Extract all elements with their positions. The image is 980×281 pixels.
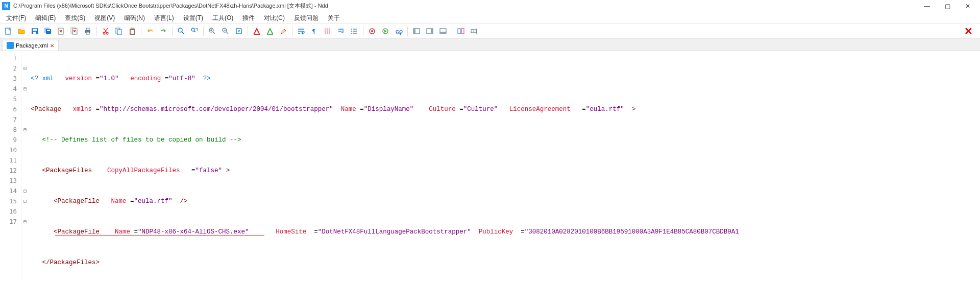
file-tab[interactable]: Package.xml ✕ — [2, 40, 59, 51]
toolbar: ¶ GO T ✕ — [0, 24, 980, 39]
panel-bottom-icon[interactable] — [437, 25, 449, 37]
menu-plugins[interactable]: 插件 — [238, 13, 259, 24]
menu-feedback[interactable]: 反馈问题 — [290, 13, 323, 24]
fold-marker[interactable] — [21, 166, 29, 176]
tab-bar: Package.xml ✕ — [0, 39, 980, 51]
separator — [292, 27, 292, 36]
red-underline-annotation — [55, 236, 264, 237]
panel-right-icon[interactable] — [424, 25, 436, 37]
menu-find[interactable]: 查找(S) — [61, 13, 89, 24]
svg-point-29 — [351, 31, 352, 32]
separator — [96, 27, 97, 36]
highlight-green-icon[interactable] — [264, 25, 276, 37]
menu-encoding[interactable]: 编码(N) — [120, 13, 149, 24]
svg-rect-2 — [33, 29, 37, 31]
svg-text:¶: ¶ — [312, 28, 315, 35]
list-icon[interactable] — [348, 25, 360, 37]
paste-icon[interactable] — [126, 25, 138, 37]
menu-about[interactable]: 关于 — [324, 13, 344, 24]
undo-icon[interactable] — [144, 25, 156, 37]
fold-marker[interactable] — [21, 206, 29, 217]
code-line: </PackageFiles> — [31, 257, 978, 268]
replace-icon[interactable] — [188, 25, 201, 37]
svg-rect-11 — [86, 28, 89, 30]
menu-language[interactable]: 语言(L) — [150, 13, 178, 24]
menu-settings[interactable]: 设置(T) — [179, 13, 207, 24]
file-icon — [7, 42, 14, 49]
fold-marker[interactable] — [21, 176, 29, 186]
menu-edit[interactable]: 编辑(E) — [31, 13, 60, 24]
svg-rect-26 — [267, 34, 273, 35]
menu-file[interactable]: 文件(F) — [2, 13, 30, 24]
fold-marker[interactable]: ⊟ — [21, 186, 29, 196]
line-number: 17 — [0, 217, 21, 227]
close-file-icon[interactable] — [55, 25, 67, 37]
goto-icon[interactable]: GO — [393, 25, 405, 37]
fold-marker[interactable] — [21, 94, 29, 104]
word-wrap-icon[interactable] — [295, 25, 307, 37]
menu-tools[interactable]: 工具(O) — [208, 13, 237, 24]
line-number: 1 — [0, 53, 21, 63]
fold-marker[interactable] — [21, 114, 29, 125]
new-file-icon[interactable] — [2, 25, 14, 37]
fold-marker[interactable] — [21, 53, 29, 63]
redo-icon[interactable] — [157, 25, 169, 37]
rename-icon[interactable]: T — [468, 25, 480, 37]
fold-marker[interactable]: ⊟ — [21, 63, 29, 74]
indent-guide-icon[interactable] — [322, 25, 334, 37]
separator — [363, 27, 363, 36]
window-title: C:\Program Files (x86)\Microsoft SDKs\Cl… — [13, 2, 917, 10]
minimize-button[interactable]: — — [917, 0, 937, 12]
line-number: 11 — [0, 155, 21, 166]
show-whitespace-icon[interactable]: ¶ — [308, 25, 321, 37]
close-button[interactable]: ✕ — [958, 0, 978, 12]
zoom-out-icon[interactable] — [219, 25, 232, 37]
tab-close-icon[interactable]: ✕ — [50, 43, 54, 49]
line-number: 7 — [0, 114, 21, 125]
fold-marker[interactable] — [21, 135, 29, 145]
title-bar: N C:\Program Files (x86)\Microsoft SDKs\… — [0, 0, 980, 12]
panel-left-icon[interactable] — [410, 25, 423, 37]
svg-point-28 — [351, 29, 352, 30]
compare-icon[interactable] — [455, 25, 467, 37]
editor[interactable]: 1 2 3 4 5 6 7 8 9 10 11 12 13 14 15 16 1… — [0, 51, 980, 281]
save-icon[interactable] — [29, 25, 41, 37]
svg-rect-41 — [458, 29, 460, 34]
svg-rect-12 — [86, 32, 89, 34]
svg-rect-36 — [413, 29, 415, 34]
separator — [452, 27, 452, 36]
separator — [141, 27, 141, 36]
menu-view[interactable]: 视图(V) — [90, 13, 119, 24]
save-all-icon[interactable] — [42, 25, 54, 37]
copy-icon[interactable] — [113, 25, 125, 37]
fold-marker[interactable] — [21, 155, 29, 166]
fold-marker[interactable] — [21, 74, 29, 84]
svg-point-32 — [371, 30, 373, 32]
code-line: <Package xmlns ="http://schemas.microsof… — [31, 104, 978, 114]
code-area[interactable]: <? xml version ="1.0" encoding ="utf-8" … — [29, 51, 980, 281]
open-folder-icon[interactable] — [15, 25, 28, 37]
play-macro-icon[interactable] — [379, 25, 391, 37]
zoom-reset-icon[interactable] — [233, 25, 245, 37]
maximize-button[interactable]: ▢ — [937, 0, 958, 12]
cut-icon[interactable] — [100, 25, 112, 37]
code-line: <PackageFile Name ="NDP48-x86-x64-AllOS-… — [31, 227, 978, 237]
code-line: <PackageFiles CopyAllPackageFiles ="fals… — [31, 166, 978, 176]
fold-marker[interactable]: ⊟ — [21, 84, 29, 94]
fold-marker[interactable]: ⊟ — [21, 217, 29, 227]
find-icon[interactable] — [175, 25, 187, 37]
fold-marker[interactable]: ⊟ — [21, 196, 29, 206]
record-macro-icon[interactable] — [366, 25, 378, 37]
fold-marker[interactable]: ⊟ — [21, 125, 29, 135]
wrap-symbol-icon[interactable] — [335, 25, 347, 37]
line-number: 14 — [0, 186, 21, 196]
print-icon[interactable] — [82, 25, 94, 37]
highlight-red-icon[interactable] — [251, 25, 263, 37]
clear-highlight-icon[interactable] — [277, 25, 289, 37]
close-all-icon[interactable] — [68, 25, 81, 37]
fold-marker[interactable] — [21, 104, 29, 114]
zoom-in-icon[interactable] — [206, 25, 218, 37]
fold-marker[interactable] — [21, 145, 29, 155]
toolbar-close-icon[interactable]: ✕ — [964, 25, 978, 37]
menu-compare[interactable]: 对比(C) — [260, 13, 289, 24]
